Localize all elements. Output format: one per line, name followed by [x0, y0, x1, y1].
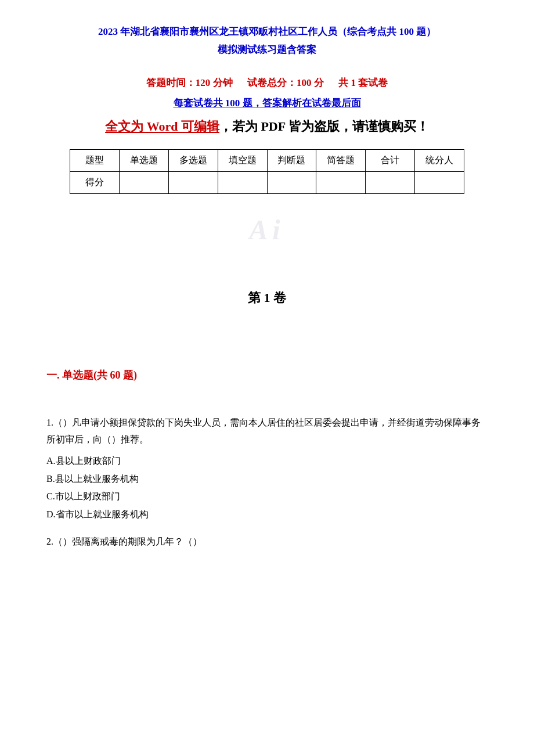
watermark-area: Ai	[46, 208, 488, 254]
editable-part1: 全文为 Word 可编辑	[105, 119, 219, 134]
question-2-text: 2.（）强隔离戒毒的期限为几年？（）	[46, 534, 488, 550]
score-multi	[168, 172, 218, 194]
col-header-short: 简答题	[316, 150, 366, 172]
score-scorer	[415, 172, 464, 194]
col-header-scorer: 统分人	[415, 150, 464, 172]
section1-title: 第 1 卷	[248, 290, 286, 305]
score-fill	[218, 172, 267, 194]
col-header-multi: 多选题	[168, 150, 218, 172]
highlight-line: 每套试卷共 100 题，答案解析在试卷最后面	[46, 96, 488, 110]
col-header-judge: 判断题	[267, 150, 316, 172]
col-header-type: 题型	[70, 150, 120, 172]
total-score-label: 试卷总分：100 分	[247, 77, 324, 88]
question-1-option-d: D.省市以上就业服务机构	[46, 506, 488, 523]
score-judge	[267, 172, 316, 194]
score-table: 题型 单选题 多选题 填空题 判断题 简答题 合计 统分人 得分	[70, 149, 464, 194]
section-title-text: 一. 单选题(共 60 题)	[46, 369, 137, 381]
section-divider: 第 1 卷	[46, 289, 488, 307]
title-line1: 2023 年湖北省襄阳市襄州区龙王镇邓畈村社区工作人员（综合考点共 100 题）	[98, 26, 436, 37]
score-short	[316, 172, 366, 194]
title-line2: 模拟测试练习题含答案	[218, 44, 316, 55]
row-label-score: 得分	[70, 172, 120, 194]
watermark-text: Ai	[249, 214, 284, 246]
question-1: 1.（）凡申请小额担保贷款的下岗失业人员，需向本人居住的社区居委会提出申请，并经…	[46, 415, 488, 523]
header-title: 2023 年湖北省襄阳市襄州区龙王镇邓畈村社区工作人员（综合考点共 100 题）…	[46, 23, 488, 59]
question-2: 2.（）强隔离戒毒的期限为几年？（）	[46, 534, 488, 550]
question-1-text: 1.（）凡申请小额担保贷款的下岗失业人员，需向本人居住的社区居委会提出申请，并经…	[46, 415, 488, 448]
time-label: 答题时间：120 分钟	[146, 77, 233, 88]
col-header-fill: 填空题	[218, 150, 267, 172]
single-choice-section-title: 一. 单选题(共 60 题)	[46, 368, 488, 382]
editable-part2: ，若为 PDF 皆为盗版，请谨慎购买！	[219, 119, 429, 134]
score-table-score-row: 得分	[70, 172, 464, 194]
col-header-total: 合计	[366, 150, 415, 172]
editable-notice: 全文为 Word 可编辑，若为 PDF 皆为盗版，请谨慎购买！	[46, 118, 488, 135]
score-total	[366, 172, 415, 194]
question-1-option-a: A.县以上财政部门	[46, 453, 488, 470]
score-table-header-row: 题型 单选题 多选题 填空题 判断题 简答题 合计 统分人	[70, 150, 464, 172]
score-single	[119, 172, 168, 194]
set-count-label: 共 1 套试卷	[338, 77, 388, 88]
score-table-container: 题型 单选题 多选题 填空题 判断题 简答题 合计 统分人 得分	[70, 149, 464, 194]
page-header: 2023 年湖北省襄阳市襄州区龙王镇邓畈村社区工作人员（综合考点共 100 题）…	[46, 23, 488, 59]
col-header-single: 单选题	[119, 150, 168, 172]
highlight-text: 每套试卷共 100 题，答案解析在试卷最后面	[174, 98, 361, 109]
question-1-option-b: B.县以上就业服务机构	[46, 471, 488, 488]
meta-info: 答题时间：120 分钟 试卷总分：100 分 共 1 套试卷	[46, 76, 488, 89]
question-1-option-c: C.市以上财政部门	[46, 488, 488, 505]
